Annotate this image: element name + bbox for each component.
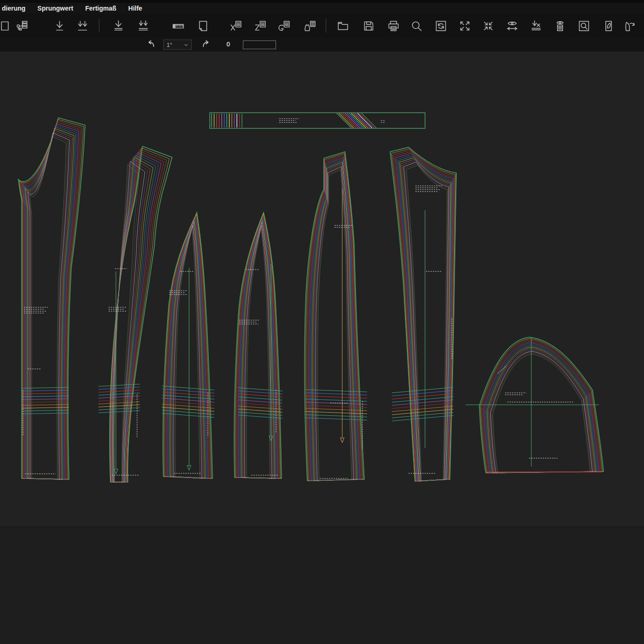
grain-line (340, 189, 344, 443)
z-measure-list-button[interactable] (252, 18, 268, 33)
chevron-down-icon (184, 42, 189, 47)
main-toolbar (0, 13, 644, 38)
export-pattern-button[interactable] (622, 18, 638, 33)
toolbar-separator (326, 19, 326, 33)
piece-annotation (505, 393, 526, 395)
rotation-angle-value: 1° (167, 41, 172, 48)
arrow-down-to-line-button[interactable] (110, 18, 126, 33)
pattern-piece-side-back-panel[interactable] (18, 118, 85, 479)
fit-view-icon (482, 20, 494, 32)
ruler-icon (172, 20, 184, 32)
arrow-down-icon (53, 20, 66, 32)
undo-arrow-icon (146, 39, 157, 50)
drawing-canvas[interactable] (0, 52, 644, 527)
clipped-tool-icon (0, 20, 9, 32)
arrow-down-button[interactable] (52, 18, 67, 33)
clipped-tool-button[interactable] (0, 18, 10, 33)
grain-line (187, 268, 191, 470)
print-icon (387, 20, 400, 32)
export-pattern-icon (624, 20, 636, 32)
clear-to-line-icon (530, 20, 542, 32)
eye-list-icon (554, 20, 566, 32)
pattern-sheet-button[interactable] (600, 18, 616, 33)
rotation-counter: 0 (226, 40, 230, 48)
eye-width-icon (506, 20, 518, 32)
piece-annotation (415, 186, 442, 192)
bottom-panel (0, 527, 644, 644)
pattern-sheet-icon (602, 20, 615, 32)
fit-view-button[interactable] (480, 18, 496, 33)
menu-item-hilfe[interactable]: Hilfe (122, 4, 148, 13)
save-file-icon (362, 20, 375, 32)
rotation-angle-select[interactable]: 1° (163, 40, 192, 50)
pattern-piece-center-panel-right[interactable] (234, 213, 282, 478)
clear-to-line-button[interactable] (528, 18, 544, 33)
rotation-toolbar: 1° 0 (0, 38, 644, 52)
garment-measure-list-button[interactable] (301, 18, 317, 33)
pattern-cad-app: dierungSprungwertFertigmaßHilfe 1° 0 (0, 0, 644, 644)
arrow-down-double-icon (76, 20, 89, 32)
zoom-window-icon (578, 20, 590, 32)
piece-annotation (381, 121, 385, 122)
menu-item-sprungwert[interactable]: Sprungwert (31, 4, 79, 13)
arrow-down-to-line-icon (112, 20, 125, 32)
zoom-search-icon (410, 20, 423, 32)
rotate-left-button[interactable] (144, 39, 158, 51)
hierarchy-list-button[interactable] (14, 18, 29, 33)
menu-item-dierung[interactable]: dierung (0, 4, 31, 13)
menubar: dierungSprungwertFertigmaßHilfe (0, 3, 644, 13)
pattern-piece-front-bodice[interactable] (305, 152, 367, 481)
zoom-window-button[interactable] (576, 18, 592, 33)
zoom-search-button[interactable] (408, 18, 424, 33)
z-measure-list-icon (254, 20, 266, 32)
open-file-icon (337, 20, 349, 32)
x-measure-list-button[interactable] (228, 18, 243, 33)
pattern-piece-back-bodice[interactable] (390, 147, 456, 481)
expand-view-button[interactable] (457, 18, 472, 33)
piece-annotation (279, 119, 299, 122)
pattern-piece-side-front-panel[interactable] (98, 146, 172, 482)
ruler-button[interactable] (170, 18, 186, 33)
open-file-button[interactable] (335, 18, 351, 33)
x-measure-list-icon (230, 20, 242, 32)
arrow-down-double-to-line-icon (137, 20, 150, 32)
arrow-down-double-to-line-button[interactable] (135, 18, 151, 33)
new-page-icon (197, 20, 209, 32)
print-button[interactable] (385, 18, 401, 33)
arrow-down-double-button[interactable] (75, 18, 90, 33)
refresh-view-icon (435, 20, 447, 32)
eye-list-button[interactable] (552, 18, 568, 33)
pattern-piece-sleeve[interactable] (466, 337, 604, 473)
pattern-nest-svg[interactable] (0, 52, 644, 527)
value-input[interactable] (243, 40, 276, 49)
g-measure-list-icon (278, 20, 290, 32)
refresh-view-button[interactable] (433, 18, 448, 33)
new-page-button[interactable] (195, 18, 211, 33)
pattern-piece-center-panel-left[interactable] (162, 213, 214, 478)
save-file-button[interactable] (361, 18, 376, 33)
g-measure-list-button[interactable] (276, 18, 292, 33)
hierarchy-list-icon (16, 20, 28, 32)
eye-width-button[interactable] (504, 18, 520, 33)
redo-arrow-icon (200, 39, 211, 50)
toolbar-separator (99, 19, 99, 33)
expand-view-icon (459, 20, 471, 32)
menu-item-fertigma[interactable]: Fertigmaß (79, 4, 122, 13)
garment-measure-list-icon (303, 20, 316, 32)
pattern-piece-waistband-strip[interactable] (210, 113, 425, 128)
rotate-right-button[interactable] (199, 39, 213, 51)
